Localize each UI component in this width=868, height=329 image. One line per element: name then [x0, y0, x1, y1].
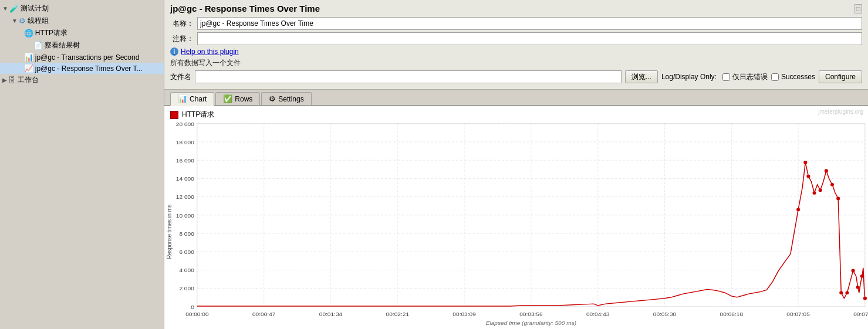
log-display-label: Log/Display Only: — [661, 73, 717, 81]
svg-text:00:06:18: 00:06:18 — [720, 311, 744, 317]
svg-text:00:02:21: 00:02:21 — [386, 311, 409, 317]
sidebar-item-test-plan[interactable]: ▼ 🧪 测试计划 — [0, 2, 164, 15]
svg-text:00:04:43: 00:04:43 — [586, 311, 610, 317]
successes-checkbox[interactable] — [771, 73, 779, 81]
data-point — [796, 208, 800, 212]
sidebar-item-label: jp@gc - Transactions per Second — [35, 53, 140, 62]
sidebar-item-label: 察看结果树 — [45, 40, 80, 50]
panel-header: jp@gc - Response Times Over Time □ 名称： 注… — [164, 0, 868, 90]
svg-text:00:00:00: 00:00:00 — [185, 311, 209, 317]
svg-text:12 000: 12 000 — [176, 194, 195, 201]
svg-text:Response times in ms: Response times in ms — [166, 205, 173, 259]
sidebar-item-workbench[interactable]: ▶ 🗄 工作台 — [0, 74, 164, 86]
comment-row: 注释： — [170, 32, 862, 45]
sidebar-item-label: jp@gc - Response Times Over T... — [35, 65, 143, 73]
svg-text:00:07:05: 00:07:05 — [786, 311, 810, 317]
sidebar-item-label: 工作台 — [18, 75, 39, 85]
rows-tab-icon: ✅ — [223, 94, 232, 103]
name-label: 名称： — [170, 19, 194, 29]
file-section-label: 所有数据写入一个文件 — [170, 58, 862, 68]
tree-arrow — [21, 54, 23, 60]
sidebar-item-response-times[interactable]: 📈 jp@gc - Response Times Over T... — [0, 63, 164, 74]
view-tree-icon: 📄 — [33, 41, 43, 50]
test-plan-icon: 🧪 — [9, 4, 19, 13]
tree-arrow: ▼ — [2, 5, 8, 12]
tabs-bar: 📊 Chart ✅ Rows ⚙ Settings — [164, 90, 868, 106]
chart-tab-icon: 📊 — [178, 94, 187, 103]
chart-svg-container: 20 000 18 000 16 000 14 000 12 000 10 00… — [164, 121, 868, 326]
log-errors-checkbox[interactable] — [722, 73, 730, 81]
page-title: jp@gc - Response Times Over Time — [170, 4, 320, 13]
comment-label: 注释： — [170, 34, 194, 44]
chart-svg: 20 000 18 000 16 000 14 000 12 000 10 00… — [164, 121, 868, 326]
data-point — [803, 161, 807, 164]
svg-text:0: 0 — [191, 304, 194, 310]
file-row: 文件名 浏览... Log/Display Only: 仅日志错误 Succes… — [170, 70, 862, 83]
log-errors-group: 仅日志错误 — [722, 72, 768, 82]
svg-text:14 000: 14 000 — [176, 175, 195, 182]
info-icon: i — [170, 48, 178, 56]
data-point — [830, 183, 834, 186]
workbench-icon: 🗄 — [8, 76, 16, 84]
data-point — [806, 175, 810, 178]
help-text: Help on this plugin — [181, 48, 239, 56]
svg-text:00:07:52: 00:07:52 — [853, 311, 868, 317]
data-point — [839, 291, 843, 294]
tab-settings[interactable]: ⚙ Settings — [261, 92, 311, 105]
settings-tab-icon: ⚙ — [269, 94, 276, 103]
log-errors-label: 仅日志错误 — [732, 72, 768, 82]
data-point — [825, 169, 828, 172]
name-input[interactable] — [197, 17, 862, 30]
sidebar-item-http-request[interactable]: 🌐 HTTP请求 — [0, 27, 164, 39]
data-point — [813, 191, 816, 195]
expand-icon[interactable]: □ — [855, 4, 862, 13]
http-request-icon: 🌐 — [24, 29, 33, 38]
legend-color-swatch — [170, 111, 178, 119]
data-point — [845, 291, 849, 294]
main-panel: jp@gc - Response Times Over Time □ 名称： 注… — [164, 0, 868, 329]
sidebar-item-view-tree[interactable]: 📄 察看结果树 — [0, 39, 164, 52]
svg-text:20 000: 20 000 — [176, 121, 195, 127]
configure-button[interactable]: Configure — [819, 70, 862, 83]
file-name-label: 文件名 — [170, 72, 191, 82]
name-row: 名称： — [170, 17, 862, 30]
svg-text:6 000: 6 000 — [179, 249, 194, 255]
tab-chart[interactable]: 📊 Chart — [170, 92, 214, 106]
comment-input[interactable] — [197, 32, 862, 45]
sidebar-item-label: HTTP请求 — [35, 28, 67, 38]
successes-label: Successes — [781, 73, 815, 81]
tab-rows-label: Rows — [235, 95, 252, 103]
response-times-icon: 📈 — [24, 64, 33, 73]
chart-area: HTTP请求 jmeterplugins.org — [164, 106, 868, 329]
tab-rows[interactable]: ✅ Rows — [215, 92, 260, 105]
svg-text:00:03:09: 00:03:09 — [452, 311, 475, 317]
tree-arrow — [21, 65, 23, 72]
svg-text:4 000: 4 000 — [179, 267, 194, 274]
svg-text:00:05:30: 00:05:30 — [653, 311, 677, 317]
chart-legend: HTTP请求 — [164, 106, 868, 121]
file-name-input[interactable] — [195, 70, 622, 83]
panel-title: jp@gc - Response Times Over Time □ — [170, 4, 862, 13]
sidebar-item-label: 线程组 — [28, 16, 49, 26]
svg-text:18 000: 18 000 — [176, 139, 195, 145]
sidebar-item-thread-group[interactable]: ▼ ⚙ 线程组 — [0, 15, 164, 27]
svg-text:00:00:47: 00:00:47 — [252, 311, 275, 317]
successes-group: Successes — [771, 73, 815, 81]
svg-text:8 000: 8 000 — [179, 230, 194, 237]
sidebar-item-label: 测试计划 — [21, 4, 49, 13]
data-point — [860, 274, 864, 278]
data-point — [836, 197, 840, 201]
tab-settings-label: Settings — [278, 95, 303, 103]
data-point — [856, 286, 860, 289]
tree-arrow: ▼ — [12, 18, 18, 24]
data-point — [863, 297, 867, 300]
transactions-icon: 📊 — [24, 53, 33, 62]
chart-watermark: jmeterplugins.org — [818, 108, 863, 115]
data-point — [819, 188, 822, 192]
tree-arrow: ▶ — [2, 77, 7, 83]
tree-arrow — [31, 42, 32, 49]
svg-text:10 000: 10 000 — [176, 212, 195, 219]
browse-button[interactable]: 浏览... — [625, 70, 658, 83]
sidebar-item-transactions[interactable]: 📊 jp@gc - Transactions per Second — [0, 52, 164, 63]
help-link[interactable]: i Help on this plugin — [170, 48, 862, 56]
